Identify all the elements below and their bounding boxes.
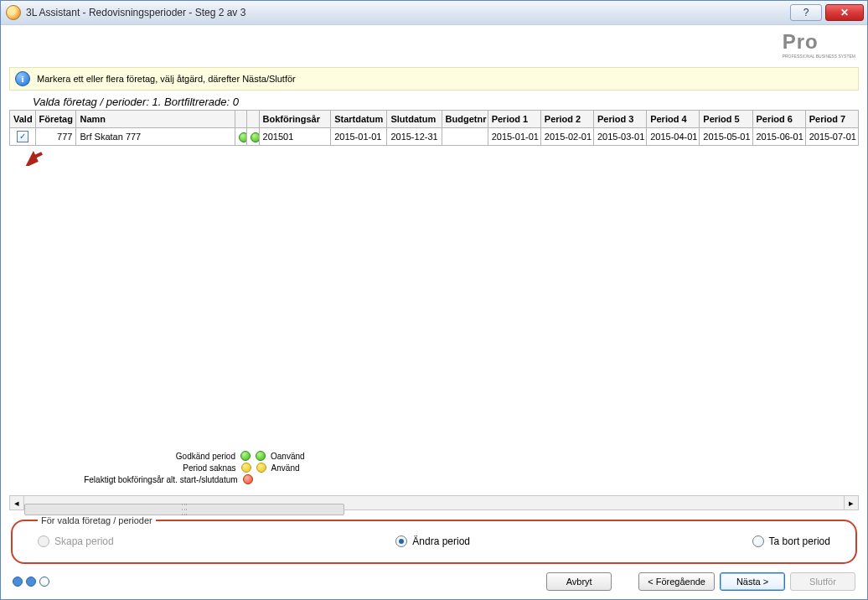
radio-delete-label: Ta bort period (769, 535, 830, 547)
col-period1[interactable]: Period 1 (488, 111, 540, 128)
cell-namn: Brf Skatan 777 (76, 128, 235, 146)
finish-button: Slutför (790, 572, 855, 591)
radio-selected-dot-icon (399, 539, 404, 544)
cell-vald[interactable]: ✓ (10, 128, 36, 146)
legend-used-label: Använd (271, 463, 305, 473)
close-icon: ✕ (840, 7, 849, 18)
cell-period1: 2015-01-01 (488, 128, 540, 146)
periods-table: Vald Företag Namn Bokföringsår Startdatu… (9, 110, 859, 146)
cancel-button[interactable]: Avbryt (546, 572, 612, 591)
table-row[interactable]: ✓ 777 Brf Skatan 777 201501 2015-01-01 2… (10, 128, 859, 146)
cell-bokforingsar: 201501 (259, 128, 331, 146)
radio-delete-period[interactable]: Ta bort period (752, 535, 830, 547)
action-radio-row: Skapa period Ändra period Ta bort period (38, 535, 830, 547)
legend-red-dot-icon (243, 474, 253, 484)
step-indicator (13, 577, 49, 587)
status-dot-icon (239, 132, 247, 142)
col-period4[interactable]: Period 4 (647, 111, 700, 128)
radio-icon (752, 535, 764, 547)
radio-icon (395, 535, 407, 547)
step-dot-icon (26, 577, 36, 587)
legend-error-label: Felaktigt bokföringsår alt. start-/slutd… (79, 475, 238, 484)
legend-green-dot-icon (256, 451, 266, 461)
step-dot-icon (13, 577, 23, 587)
cell-status2 (247, 128, 259, 146)
legend-yellow-dot-icon (241, 463, 251, 473)
legend-unused-label: Oanvänd (271, 452, 305, 461)
col-vald[interactable]: Vald (10, 111, 36, 128)
col-period2[interactable]: Period 2 (540, 111, 593, 128)
cell-period3: 2015-03-01 (593, 128, 646, 146)
col-foretag[interactable]: Företag (35, 111, 76, 128)
app-icon (6, 5, 21, 20)
action-groupbox: För valda företag / perioder Skapa perio… (11, 515, 857, 564)
content-area: Pro PROFESSIONAL BUSINESS SYSTEM i Marke… (1, 25, 867, 599)
help-button[interactable]: ? (790, 4, 822, 21)
horizontal-scrollbar[interactable]: ◂ ▸ (9, 495, 859, 510)
info-icon: i (15, 71, 30, 86)
table-header-row: Vald Företag Namn Bokföringsår Startdatu… (10, 111, 859, 128)
titlebar: 3L Assistant - Redovisningsperioder - St… (1, 1, 867, 25)
window-title: 3L Assistant - Redovisningsperioder - St… (26, 7, 790, 18)
radio-icon (38, 535, 49, 547)
legend-missing-label: Period saknas (77, 463, 236, 473)
logo-text: Pro (783, 30, 819, 53)
scroll-right-button[interactable]: ▸ (844, 496, 858, 509)
wizard-window: 3L Assistant - Redovisningsperioder - St… (0, 0, 868, 600)
check-icon: ✓ (19, 132, 26, 141)
table-body-space: Godkänd period Oanvänd Period saknas Anv… (9, 146, 859, 492)
scroll-thumb[interactable] (24, 504, 344, 515)
legend: Godkänd period Oanvänd Period saknas Anv… (76, 450, 305, 485)
legend-approved-label: Godkänd period (76, 452, 235, 461)
radio-modify-label: Ändra period (412, 535, 470, 547)
cell-status1 (235, 128, 247, 146)
col-status1[interactable] (235, 111, 247, 128)
legend-green-dot-icon (240, 451, 251, 461)
col-bokforingsar[interactable]: Bokföringsår (259, 111, 331, 128)
close-button[interactable]: ✕ (825, 4, 864, 21)
col-slutdatum[interactable]: Slutdatum (387, 111, 442, 128)
cell-slutdatum: 2015-12-31 (387, 128, 442, 146)
col-namn[interactable]: Namn (76, 111, 235, 128)
action-groupbox-legend: För valda företag / perioder (38, 515, 156, 525)
chevron-right-icon: ▸ (849, 498, 854, 509)
col-period6[interactable]: Period 6 (752, 111, 805, 128)
cell-foretag: 777 (35, 128, 76, 146)
col-period7[interactable]: Period 7 (805, 111, 858, 128)
wizard-footer: Avbryt < Föregående Nästa > Slutför (9, 564, 859, 591)
cell-budgetnr (442, 128, 488, 146)
legend-yellow-dot-icon (256, 463, 266, 473)
chevron-left-icon: ◂ (14, 498, 19, 509)
row-select-checkbox[interactable]: ✓ (17, 131, 28, 142)
radio-modify-period[interactable]: Ändra period (395, 535, 470, 547)
help-icon: ? (803, 7, 809, 18)
brand-logo: Pro PROFESSIONAL BUSINESS SYSTEM (783, 30, 855, 59)
back-button[interactable]: < Föregående (638, 572, 715, 591)
cell-period6: 2015-06-01 (752, 128, 805, 146)
cell-period7: 2015-07-01 (805, 128, 858, 146)
cell-period2: 2015-02-01 (540, 128, 593, 146)
col-period3[interactable]: Period 3 (593, 111, 646, 128)
step-dot-icon (39, 577, 49, 587)
next-button[interactable]: Nästa > (720, 572, 785, 591)
status-dot-icon (251, 132, 259, 142)
cell-period5: 2015-05-01 (700, 128, 752, 146)
col-status2[interactable] (247, 111, 259, 128)
radio-create-period: Skapa period (38, 535, 114, 547)
periods-table-wrap: Vald Företag Namn Bokföringsår Startdatu… (9, 110, 859, 146)
info-bar: i Markera ett eller flera företag, välj … (9, 67, 859, 91)
scroll-left-button[interactable]: ◂ (10, 496, 24, 509)
col-period5[interactable]: Period 5 (700, 111, 752, 128)
window-buttons: ? ✕ (790, 4, 864, 21)
col-startdatum[interactable]: Startdatum (331, 111, 387, 128)
col-budgetnr[interactable]: Budgetnr (442, 111, 488, 128)
logo-subtext: PROFESSIONAL BUSINESS SYSTEM (783, 54, 855, 59)
cell-startdatum: 2015-01-01 (331, 128, 387, 146)
cell-period4: 2015-04-01 (647, 128, 700, 146)
selection-summary: Valda företag / perioder: 1. Bortfiltrer… (33, 96, 859, 108)
radio-create-label: Skapa period (54, 535, 114, 547)
info-text: Markera ett eller flera företag, välj åt… (37, 74, 296, 84)
